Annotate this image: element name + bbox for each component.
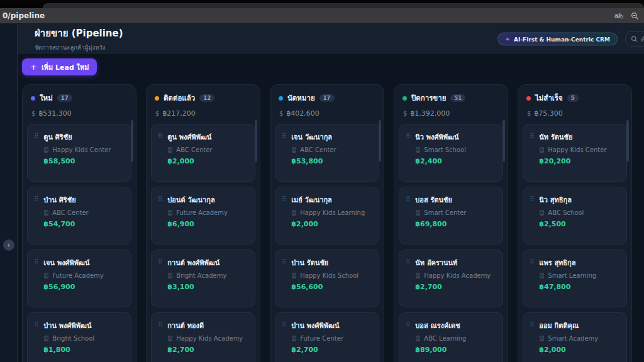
lead-card[interactable]: ⠿บอส ณรงค์เดชABC Learning฿89,000 [399, 312, 503, 362]
drag-handle-icon[interactable]: ⠿ [34, 321, 38, 362]
lead-card[interactable]: ⠿นัท รัตนชัยHappy Kids Center฿20,200 [523, 124, 627, 182]
lead-company-row: Smart School [415, 146, 466, 153]
lead-amount: ฿2,000 [167, 157, 212, 165]
lead-card[interactable]: ⠿กานต์ พงศ์พิพัฒน์Bright Academy฿3,100 [151, 250, 255, 307]
building-icon [291, 210, 297, 216]
stage-title: ปิดการขาย [411, 92, 446, 104]
drag-handle-icon[interactable]: ⠿ [530, 321, 534, 362]
lead-name: นัท อัครานนท์ [415, 257, 491, 268]
lead-company-row: Happy Kids Academy [167, 335, 243, 342]
lead-card[interactable]: ⠿ตูน ศิริชัยHappy Kids Center฿58,500 [27, 124, 131, 182]
lead-amount: ฿58,500 [43, 157, 111, 165]
lead-amount: ฿6,900 [167, 220, 227, 228]
building-icon [167, 210, 173, 216]
lead-name: ตูน พงศ์พิพัฒน์ [167, 131, 212, 143]
pipeline-column: ใหม่17$฿531,300⠿ตูน ศิริชัยHappy Kids Ce… [22, 84, 136, 362]
translate-icon[interactable]: aあ [614, 11, 623, 20]
lead-card[interactable]: ⠿นิว สุทธิกุลABC School฿2,500 [523, 187, 627, 244]
stage-total: ฿531,300 [38, 109, 72, 118]
drag-handle-icon[interactable]: ⠿ [530, 258, 534, 300]
column-scrollbar[interactable] [379, 120, 381, 162]
drag-handle-icon[interactable]: ⠿ [282, 258, 286, 300]
stage-total-row: $฿1,392,000 [399, 109, 503, 118]
lead-amount: ฿20,200 [539, 157, 606, 165]
lead-amount: ฿2,000 [291, 220, 365, 228]
lead-company: Happy Kids Center [548, 146, 606, 153]
lead-name: เจน พงศ์พิพัฒน์ [43, 257, 103, 268]
zoom-out-icon[interactable] [631, 12, 639, 20]
drag-handle-icon[interactable]: ⠿ [158, 195, 162, 237]
lead-company-row: Bright Academy [167, 272, 226, 279]
drag-handle-icon[interactable]: ⠿ [34, 133, 38, 174]
app-frame: ‹ ฝ่ายขาย (Pipeline) จัดการสถานะลูกค้าผู… [0, 24, 644, 362]
column-scrollbar[interactable] [131, 120, 133, 162]
drag-handle-icon[interactable]: ⠿ [158, 258, 162, 300]
dollar-icon: $ [403, 110, 407, 117]
lead-card[interactable]: ⠿ตูน พงศ์พิพัฒน์ABC Center฿2,000 [151, 124, 255, 182]
lead-card[interactable]: ⠿นิว พงศ์พิพัฒน์Smart School฿2,400 [399, 124, 503, 182]
drag-handle-icon[interactable]: ⠿ [34, 258, 38, 300]
drag-handle-icon[interactable]: ⠿ [158, 321, 162, 362]
browser-url-bar[interactable]: 0/pipeline aあ [0, 8, 644, 24]
browser-tab[interactable] [43, 3, 644, 8]
page-title: ฝ่ายขาย (Pipeline) [35, 26, 123, 41]
stage-count-badge: 12 [199, 94, 214, 102]
lead-company-row: Happy Kids School [291, 272, 358, 279]
lead-amount: ฿47,800 [539, 283, 596, 291]
lead-card-body: นัท รัตนชัยHappy Kids Center฿20,200 [539, 131, 606, 174]
drag-handle-icon[interactable]: ⠿ [282, 133, 286, 174]
lead-company-row: Happy Kids Learning [291, 209, 365, 216]
card-list: ⠿ตูน ศิริชัยHappy Kids Center฿58,500⠿ป่า… [27, 124, 131, 362]
drag-handle-icon[interactable]: ⠿ [530, 133, 534, 174]
lead-card[interactable]: ⠿แพร สุทธิกุลSmart Learning฿47,800 [523, 250, 627, 307]
add-lead-button[interactable]: + เพิ่ม Lead ใหม่ [22, 58, 97, 75]
drag-handle-icon[interactable]: ⠿ [34, 195, 38, 237]
collapse-sidebar-button[interactable]: ‹ [3, 239, 14, 251]
lead-card-body: ป่าน รัตนชัยHappy Kids School฿56,600 [291, 257, 358, 300]
column-scrollbar[interactable] [626, 120, 629, 162]
search-input[interactable]: ค้น [625, 31, 644, 47]
lead-card[interactable]: ⠿ป่าน พงศ์พิพัฒน์Bright School฿1,800 [27, 312, 131, 362]
drag-handle-icon[interactable]: ⠿ [282, 321, 286, 362]
lead-card[interactable]: ⠿ป่าน รัตนชัยHappy Kids School฿56,600 [275, 250, 379, 307]
drag-handle-icon[interactable]: ⠿ [530, 195, 534, 237]
column-scrollbar[interactable] [255, 120, 257, 162]
stage-color-dot [155, 96, 159, 101]
building-icon [43, 336, 49, 341]
lead-card-body: เมย์ วัฒนากุลHappy Kids Learning฿2,000 [291, 194, 365, 237]
building-icon [167, 147, 173, 153]
lead-company-row: Future Academy [43, 272, 103, 279]
drag-handle-icon[interactable]: ⠿ [406, 258, 410, 300]
stage-total: ฿402,600 [286, 109, 319, 118]
drag-handle-icon[interactable]: ⠿ [406, 195, 410, 237]
pipeline-column: ปิดการขาย51$฿1,392,000⠿นิว พงศ์พิพัฒน์Sm… [394, 84, 508, 362]
drag-handle-icon[interactable]: ⠿ [282, 195, 286, 237]
lead-card[interactable]: ⠿ปอนด์ วัฒนากุลFuture Academy฿6,900 [151, 187, 255, 244]
lead-card[interactable]: ⠿เจน วัฒนากุลABC Center฿53,800 [275, 124, 379, 182]
ai-badge-label: AI-First & Human-Centric CRM [514, 36, 610, 42]
lead-company: Bright School [52, 335, 94, 342]
lead-company: Future Academy [52, 272, 103, 279]
lead-name: กานต์ พงศ์พิพัฒน์ [167, 257, 226, 268]
lead-card[interactable]: ⠿ป่าน พงศ์พิพัฒน์Future Center฿2,700 [275, 312, 379, 362]
column-scrollbar[interactable] [502, 120, 505, 162]
lead-name: เมย์ วัฒนากุล [291, 194, 365, 206]
lead-card[interactable]: ⠿นัท อัครานนท์Happy Kids Academy฿2,700 [399, 250, 503, 307]
stage-title: ไม่สำเร็จ [535, 92, 563, 104]
drag-handle-icon[interactable]: ⠿ [158, 133, 162, 174]
lead-card[interactable]: ⠿เจน พงศ์พิพัฒน์Future Academy฿56,900 [27, 250, 131, 307]
lead-card[interactable]: ⠿เมย์ วัฒนากุลHappy Kids Learning฿2,000 [275, 187, 379, 244]
lead-card[interactable]: ⠿บอส รัตนชัยSmart Center฿69,800 [399, 187, 503, 244]
lead-card[interactable]: ⠿ออม กิตติคุณSmart Academy฿2,000 [523, 312, 627, 362]
stage-header: ใหม่17 [27, 92, 131, 104]
drag-handle-icon[interactable]: ⠿ [406, 321, 410, 362]
stage-total-row: $฿531,300 [27, 109, 131, 118]
pipeline-board: + เพิ่ม Lead ใหม่ ใหม่17$฿531,300⠿ตูน ศิ… [18, 54, 644, 362]
drag-handle-icon[interactable]: ⠿ [406, 133, 410, 174]
lead-company-row: Future Academy [167, 209, 227, 216]
lead-name: แพร สุทธิกุล [539, 257, 596, 268]
lead-name: บอส รัตนชัย [415, 194, 466, 206]
lead-name: ป่าน รัตนชัย [291, 257, 358, 268]
lead-card[interactable]: ⠿ป่าน ศิริชัยABC Center฿54,700 [27, 187, 131, 244]
lead-card[interactable]: ⠿กานต์ ทองดีHappy Kids Academy฿2,700 [151, 312, 255, 362]
